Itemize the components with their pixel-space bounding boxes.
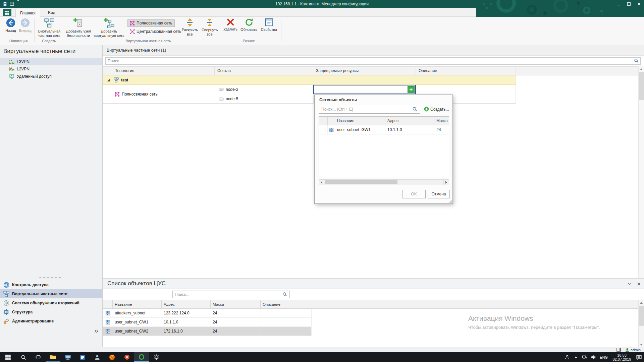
scrollbar-thumb[interactable] [639,72,644,100]
sidebar-overflow-button[interactable] [94,329,98,333]
cell-address: 123.222.124.0 [162,311,211,315]
scroll-up-button[interactable] [639,66,644,72]
protected-resources-edit-cell[interactable] [313,85,416,94]
column-header-address[interactable]: Адрес [385,117,434,125]
main-vertical-scrollbar[interactable] [638,66,644,278]
expand-all-icon [185,18,195,27]
network-tray-icon[interactable] [580,352,589,362]
forward-label: Вперед [19,28,32,33]
back-button[interactable]: Назад [4,18,17,39]
cancel-label: Отмена [431,192,446,196]
tab-view[interactable]: Вид [44,9,60,17]
save-icon[interactable] [3,2,7,6]
quick-access-dropdown-icon[interactable] [17,1,19,6]
tree-item-l3vpn[interactable]: L3 L3VPN [0,58,102,65]
column-header-description[interactable]: Описание [261,300,311,308]
topology-cell[interactable]: Полносвязная сеть [103,85,215,104]
add-resource-button[interactable] [408,86,415,93]
refresh-button[interactable]: Обновить [239,18,258,39]
scroll-down-button[interactable] [639,342,644,347]
sidebar-item-structure[interactable]: Структура [0,307,102,316]
create-object-button[interactable]: Создать... [424,107,449,112]
vpn-search-input[interactable] [105,57,641,65]
taskbar-app-firefox[interactable] [105,352,119,362]
add-security-node-button[interactable]: Добавить узел безопасности [64,18,93,39]
member-cell[interactable]: node-2 [215,85,313,94]
tab-home[interactable]: Главная [15,9,40,17]
people-tray-button[interactable] [563,352,572,362]
table-row[interactable]: user_subnet_GW1 10.1.1.0 24 [319,125,449,134]
close-button[interactable] [634,0,644,8]
properties-button[interactable]: Свойства [260,18,278,39]
taskbar-app-monitor[interactable] [60,352,75,362]
refresh-icon [245,18,254,27]
column-header-mask[interactable]: Маска [434,117,449,125]
file-explorer-button[interactable] [46,352,60,362]
scrollbar-thumb[interactable] [325,180,397,184]
panel-collapse-button[interactable] [626,280,633,288]
sidebar-item-label: Структура [12,310,33,314]
scroll-left-button[interactable] [319,180,324,185]
sidebar-item-label: Администрирование [12,319,54,323]
resize-grip[interactable] [449,200,452,203]
taskbar-search-button[interactable] [16,352,31,362]
language-indicator[interactable]: ENG [598,355,610,359]
volume-tray-icon[interactable] [589,352,598,362]
taskbar-app-continent[interactable] [134,352,149,362]
centralized-network-button[interactable]: Централизованная сеть [127,28,183,35]
cancel-button[interactable]: Отмена [428,190,450,198]
tree-item-remote-access[interactable]: Удалённый доступ [0,73,102,80]
tree-item-l2vpn[interactable]: L2 L2VPN [0,65,102,73]
dialog-search-input[interactable] [319,105,420,114]
taskbar-clock[interactable]: 16:53 02.07.2019 [610,353,634,361]
notification-center-button[interactable] [634,352,644,362]
sidebar-item-ids[interactable]: Система обнаружения вторжений [0,298,102,307]
expand-all-button[interactable]: Раскрыть все [180,18,199,39]
column-header-name[interactable]: Название [113,300,162,308]
objects-search-input[interactable] [172,291,290,298]
taskbar-app-window[interactable] [75,352,90,362]
start-button[interactable] [0,352,16,362]
taskbar-app-contacts[interactable] [90,352,105,362]
member-cell[interactable]: node-5 [215,94,313,104]
vpn-group-row[interactable]: test [103,75,516,85]
table-row[interactable]: user_subnet_GW2 172.16.1.0 24 [103,327,311,336]
table-row[interactable]: attackers_subnet 123.222.124.0 24 [103,309,311,318]
app-menu-button[interactable] [3,9,11,16]
minimize-button[interactable] [614,0,624,8]
scroll-up-button[interactable] [639,300,644,305]
column-header-topology[interactable]: Топология [103,67,215,75]
create-vpn-button[interactable]: Виртуальная частная сеть [36,18,62,39]
column-header-members[interactable]: Состав [215,67,313,75]
delete-button[interactable]: Удалить [222,18,239,39]
table-row[interactable]: user_subnet_GW1 10.1.1.0 24 [103,318,311,327]
dialog-horizontal-scrollbar[interactable] [319,179,449,185]
window-icon[interactable] [10,2,14,6]
objects-vertical-scrollbar[interactable] [638,300,644,347]
group-expander-icon[interactable] [107,79,110,81]
maximize-button[interactable] [624,0,634,8]
column-header-name[interactable]: Название [335,117,385,125]
taskbar-settings-button[interactable] [149,352,164,362]
add-virtual-network-button[interactable]: Добавить виртуальную сеть [93,18,125,39]
task-view-button[interactable] [31,352,46,362]
taskbar-app-browser[interactable] [119,352,134,362]
collapse-all-button[interactable]: Свернуть все [200,18,219,39]
full-mesh-network-button[interactable]: Полносвязная сеть [127,19,175,27]
hidden-icons-button[interactable] [572,352,580,362]
ok-button[interactable]: OK [402,190,426,198]
column-header-address[interactable]: Адрес [162,300,211,308]
panel-close-button[interactable] [635,280,643,288]
scroll-right-button[interactable] [443,180,449,185]
forward-button[interactable]: Вперед [17,18,33,39]
sidebar-item-access-control[interactable]: Контроль доступа [0,280,102,289]
sidebar-item-administration[interactable]: Администрирование [0,316,102,325]
column-header-mask[interactable]: Маска [211,300,261,308]
scrollbar-thumb[interactable] [639,306,644,326]
column-header-filler [516,67,644,75]
column-header-description[interactable]: Описание [416,67,516,75]
panel-toggle-icon[interactable] [616,348,621,352]
row-checkbox[interactable] [321,128,325,132]
column-header-resources[interactable]: Защищаемые ресурсы [313,67,416,75]
sidebar-item-vpn[interactable]: Виртуальные частные сети [0,289,102,298]
